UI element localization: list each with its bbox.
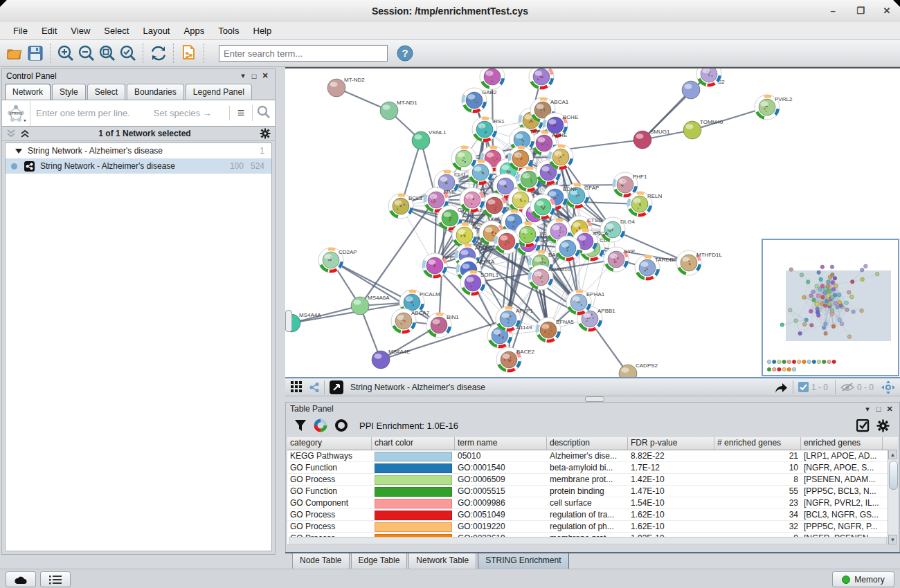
maximize-button[interactable]: ❐ [854,6,867,17]
string-search-icon[interactable] [252,105,275,121]
chart-donut-icon[interactable] [314,419,327,432]
node-protein[interactable] [530,194,555,219]
tab-style[interactable]: Style [52,84,86,100]
minimize-button[interactable]: – [827,6,839,17]
annotation-mode-icon[interactable] [330,380,343,394]
table-horizontal-scrollbar[interactable] [289,537,887,544]
filter-icon[interactable] [294,419,307,432]
zoom-fit-icon[interactable] [97,43,118,64]
birds-eye-view[interactable] [762,239,899,376]
menu-help[interactable]: Help [247,24,278,38]
node-MT-ND2[interactable]: MT-ND2 [327,77,365,97]
open-session-icon[interactable] [4,43,25,64]
node-TARDBP[interactable]: TARDBP [635,255,677,280]
string-logo-icon[interactable]: STRING [2,101,30,126]
menu-view[interactable]: View [64,24,96,38]
tab-legend-panel[interactable]: Legend Panel [186,84,252,100]
node-protein[interactable] [482,193,507,218]
panel-float-icon[interactable]: □ [249,72,260,80]
node-EFNA5[interactable]: EFNA5 [536,318,574,342]
node-protein[interactable] [548,145,573,169]
node-protein[interactable] [529,68,554,89]
search-input[interactable] [219,45,388,62]
navigator-icon[interactable] [881,380,896,395]
grid-view-icon[interactable] [291,381,303,394]
selected-checkbox-icon[interactable] [798,382,809,392]
set-species-hint[interactable]: Set species → [154,108,212,118]
task-list-button[interactable] [40,571,71,587]
node-protein[interactable] [555,236,580,261]
close-button[interactable]: ✕ [881,6,893,17]
column-header-enriched-genes[interactable]: enriched genes [801,437,883,450]
scrollbar-thumb[interactable] [889,461,898,490]
tab-string-enrichment[interactable]: STRING Enrichment [478,553,568,570]
node-IRS1[interactable]: IRS1 [472,117,505,142]
panel-close-icon[interactable]: ✕ [260,71,271,80]
import-network-icon[interactable] [179,43,199,64]
panel-menu-icon[interactable]: ▾ [862,405,873,414]
tab-node-table[interactable]: Node Table [292,553,350,570]
zoom-out-icon[interactable] [76,43,97,64]
node-VSNL1[interactable]: VSNL1 [412,129,447,149]
tree-expand-icon[interactable] [15,147,22,154]
table-row[interactable]: KEGG Pathways05010Alzheimer's dise...8.8… [287,450,898,462]
column-header-chart-color[interactable]: chart color [372,437,455,450]
menu-apps[interactable]: Apps [178,24,211,38]
network-collection-row[interactable]: String Network - Alzheimer's disease 1 [6,143,271,158]
node-PVRL2[interactable]: PVRL2 [755,95,793,120]
node-CADPS2[interactable]: CADPS2 [619,362,658,377]
table-row[interactable]: GO ProcessGO:0019220regulation of ph...1… [287,521,898,533]
node-MS4A4E[interactable]: MS4A4E [372,349,411,369]
table-vertical-scrollbar[interactable]: ▲ ▼ [888,450,898,544]
zoom-in-icon[interactable] [55,43,76,64]
panel-splitter-handle[interactable] [585,396,604,402]
tab-edge-table[interactable]: Edge Table [351,553,408,570]
string-menu-icon[interactable]: ≡ [229,106,252,120]
node-RELN[interactable]: RELN [627,192,663,217]
column-header-description[interactable]: description [547,437,628,450]
node-protein[interactable] [494,229,519,254]
zoom-selected-icon[interactable] [118,43,138,64]
table-row[interactable]: GO FunctionGO:0001540beta-amyloid bi...1… [287,462,898,474]
string-search-input[interactable]: Enter one term per line. Set species → [30,108,229,118]
scroll-up-icon[interactable]: ▲ [888,450,897,459]
table-row[interactable]: GO ProcessGO:0051049regulation of tra...… [287,509,898,521]
expand-all-icon[interactable] [20,129,30,138]
node-MT-ND1[interactable]: MT-ND1 [380,100,417,120]
help-icon[interactable]: ? [395,43,415,64]
node-protein[interactable] [480,68,505,89]
table-row[interactable]: GO ComponentGO:0009986cell surface1.54E-… [287,497,898,509]
menu-file[interactable]: File [7,24,34,38]
panel-float-icon[interactable]: □ [873,405,884,413]
node-ABCA7[interactable]: ABCA7 [391,309,430,333]
column-header-term-name[interactable]: term name [455,437,547,450]
menu-select[interactable]: Select [98,24,135,38]
tab-network-table[interactable]: Network Table [408,553,476,570]
select-columns-icon[interactable] [856,419,870,432]
export-network-icon[interactable] [773,380,789,395]
tab-network[interactable]: Network [5,84,51,100]
node-BACE2[interactable]: BACE2 [496,347,535,372]
network-options-gear-icon[interactable] [260,128,271,139]
collapse-all-icon[interactable] [6,129,16,138]
column-header-category[interactable]: category [287,437,372,450]
cloud-tasks-button[interactable] [6,571,36,587]
birds-eye-graph[interactable] [763,240,898,375]
node-protein[interactable] [460,187,485,212]
table-row[interactable]: GO FunctionGO:0005515protein binding1.47… [287,486,898,497]
node-DLG4[interactable]: DLG4 [600,217,635,242]
network-row[interactable]: String Network - Alzheimer's disease 100… [6,158,271,174]
column-header-FDR-p-value[interactable]: FDR p-value [628,437,714,450]
scroll-down-icon[interactable]: ▼ [888,535,897,544]
node-SMUG1[interactable]: SMUG1 [633,129,670,149]
tab-select[interactable]: Select [87,84,125,100]
menu-edit[interactable]: Edit [35,24,63,38]
node-SYP[interactable]: SYP [604,247,635,272]
panel-collapse-handle[interactable] [285,310,292,332]
menu-layout[interactable]: Layout [136,24,176,38]
node-CD2AP[interactable]: CD2AP [318,248,357,273]
tab-boundaries[interactable]: Boundaries [127,84,184,100]
node-protein[interactable] [451,146,476,171]
panel-close-icon[interactable]: ✕ [884,405,895,414]
settings-gear-icon[interactable] [876,419,890,432]
